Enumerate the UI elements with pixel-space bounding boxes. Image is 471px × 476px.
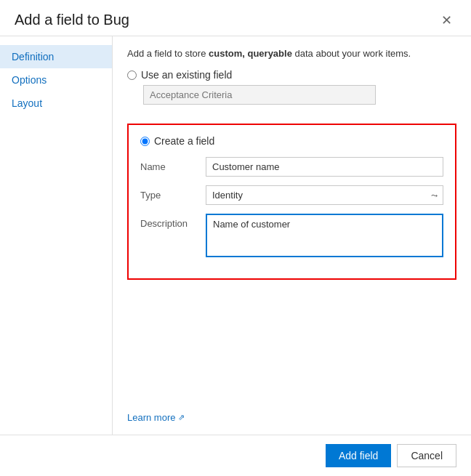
use-existing-label[interactable]: Use an existing field <box>141 69 232 81</box>
close-button[interactable]: ✕ <box>437 12 456 28</box>
description-row: Description Name of customer <box>140 214 443 259</box>
subtitle: Add a field to store custom, queryable d… <box>127 48 456 59</box>
sidebar-item-layout[interactable]: Layout <box>0 92 112 115</box>
description-input-wrapper: Name of customer <box>206 214 443 259</box>
type-select[interactable]: Identity String Integer Double DateTime … <box>206 185 443 205</box>
create-field-header: Create a field <box>140 135 443 147</box>
learn-more-label: Learn more <box>127 412 175 423</box>
main-content: Add a field to store custom, queryable d… <box>113 36 471 435</box>
dialog-title: Add a field to Bug <box>15 12 129 28</box>
type-label: Type <box>140 185 206 201</box>
existing-field-input <box>143 85 376 105</box>
use-existing-radio[interactable] <box>127 70 137 80</box>
sidebar-item-definition[interactable]: Definition <box>0 45 112 68</box>
name-input-wrapper <box>206 157 443 177</box>
dialog-header: Add a field to Bug ✕ <box>0 0 471 36</box>
existing-field-container <box>143 85 456 105</box>
create-field-box: Create a field Name Type Identity St <box>127 124 456 280</box>
sidebar-item-options[interactable]: Options <box>0 68 112 92</box>
dialog-body: Definition Options Layout Add a field to… <box>0 36 471 435</box>
description-textarea[interactable]: Name of customer <box>206 214 443 257</box>
external-link-icon: ⇗ <box>178 413 185 422</box>
use-existing-row: Use an existing field <box>127 69 456 81</box>
learn-more-section: Learn more ⇗ <box>127 400 456 423</box>
type-select-wrapper: Identity String Integer Double DateTime … <box>206 185 443 205</box>
name-row: Name <box>140 157 443 177</box>
cancel-button[interactable]: Cancel <box>397 444 456 467</box>
add-field-button[interactable]: Add field <box>326 444 391 467</box>
create-field-label[interactable]: Create a field <box>154 135 214 147</box>
dialog-add-field: Add a field to Bug ✕ Definition Options … <box>0 0 471 476</box>
learn-more-link[interactable]: Learn more ⇗ <box>127 412 185 423</box>
sidebar: Definition Options Layout <box>0 36 113 435</box>
name-input[interactable] <box>206 157 443 177</box>
description-label: Description <box>140 214 206 229</box>
radio-group: Use an existing field <box>127 69 456 113</box>
name-label: Name <box>140 157 206 172</box>
create-field-radio[interactable] <box>140 137 150 146</box>
dialog-footer: Add field Cancel <box>0 435 471 476</box>
type-row: Type Identity String Integer Double Date… <box>140 185 443 205</box>
close-icon: ✕ <box>441 13 452 28</box>
